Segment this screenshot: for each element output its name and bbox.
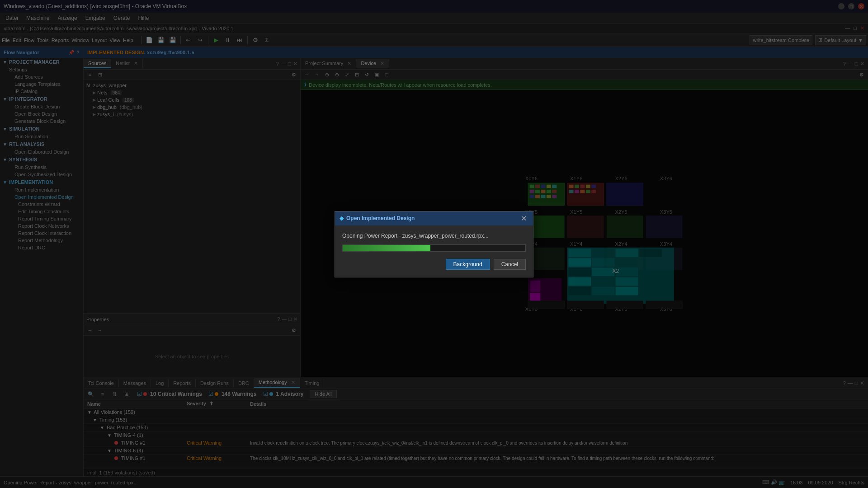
modal-close-button[interactable]: ✕ (519, 214, 528, 223)
modal-message: Opening Power Report - zusys_wrapper_pow… (342, 233, 526, 239)
modal-header-content: ◆ Open Implemented Design (340, 215, 415, 221)
modal-progress-bar-container (342, 244, 526, 252)
modal-vivado-icon: ◆ (340, 215, 344, 221)
modal-overlay: ◆ Open Implemented Design ✕ Opening Powe… (0, 0, 868, 488)
modal-dialog: ◆ Open Implemented Design ✕ Opening Powe… (335, 211, 533, 277)
background-button[interactable]: Background (446, 259, 490, 270)
modal-progress-bar-fill (343, 245, 430, 251)
cancel-button[interactable]: Cancel (494, 259, 526, 270)
modal-title: Open Implemented Design (346, 215, 415, 221)
modal-buttons: Background Cancel (342, 259, 526, 270)
modal-body: Opening Power Report - zusys_wrapper_pow… (335, 225, 533, 277)
modal-header: ◆ Open Implemented Design ✕ (335, 211, 533, 225)
